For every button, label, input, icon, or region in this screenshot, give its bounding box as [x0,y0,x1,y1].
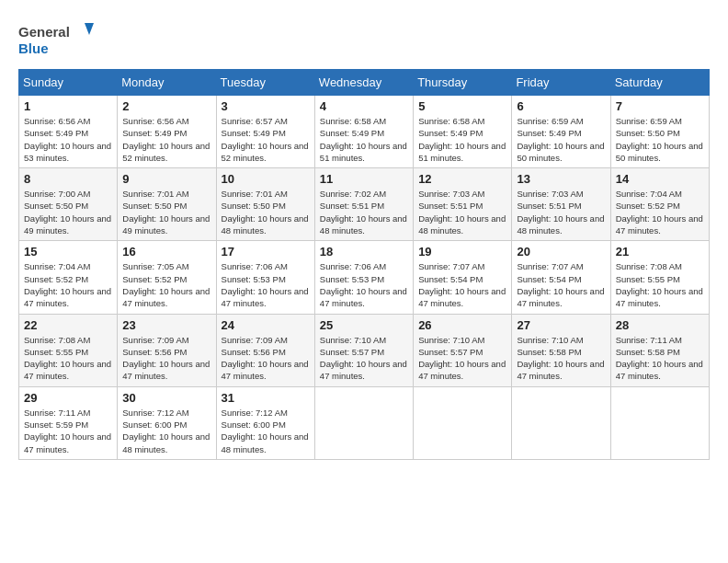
day-number: 1 [24,99,112,113]
day-number: 8 [24,172,112,186]
day-number: 6 [517,99,605,113]
day-info: Sunrise: 7:11 AM Sunset: 5:59 PM Dayligh… [24,407,112,455]
day-info: Sunrise: 7:06 AM Sunset: 5:53 PM Dayligh… [222,260,310,309]
calendar-cell: 29 Sunrise: 7:11 AM Sunset: 5:59 PM Dayl… [19,386,118,459]
calendar-cell [414,386,512,459]
day-number: 7 [616,99,704,113]
calendar-cell: 3 Sunrise: 6:57 AM Sunset: 5:49 PM Dayli… [216,96,314,168]
day-info: Sunrise: 7:07 AM Sunset: 5:54 PM Dayligh… [517,260,605,309]
page-header: General Blue [18,18,710,60]
day-number: 26 [418,318,506,332]
day-info: Sunrise: 7:08 AM Sunset: 5:55 PM Dayligh… [616,260,704,309]
calendar-cell: 9 Sunrise: 7:01 AM Sunset: 5:50 PM Dayli… [118,168,216,241]
calendar-cell: 11 Sunrise: 7:02 AM Sunset: 5:51 PM Dayl… [314,168,413,241]
calendar-header-row: SundayMondayTuesdayWednesdayThursdayFrid… [19,70,710,96]
day-info: Sunrise: 7:12 AM Sunset: 6:00 PM Dayligh… [122,407,210,455]
day-info: Sunrise: 7:12 AM Sunset: 6:00 PM Dayligh… [222,407,310,455]
calendar-cell: 30 Sunrise: 7:12 AM Sunset: 6:00 PM Dayl… [118,386,216,459]
day-info: Sunrise: 6:59 AM Sunset: 5:49 PM Dayligh… [517,115,605,164]
calendar-week-4: 22 Sunrise: 7:08 AM Sunset: 5:55 PM Dayl… [19,314,710,386]
weekday-header-thursday: Thursday [414,70,512,96]
day-number: 31 [222,391,310,405]
calendar-cell: 17 Sunrise: 7:06 AM Sunset: 5:53 PM Dayl… [216,241,314,314]
calendar-table: SundayMondayTuesdayWednesdayThursdayFrid… [18,69,710,460]
day-info: Sunrise: 7:03 AM Sunset: 5:51 PM Dayligh… [418,188,506,236]
weekday-header-sunday: Sunday [19,70,118,96]
calendar-week-5: 29 Sunrise: 7:11 AM Sunset: 5:59 PM Dayl… [19,386,710,459]
calendar-cell: 1 Sunrise: 6:56 AM Sunset: 5:49 PM Dayli… [19,96,118,168]
day-number: 21 [616,245,704,259]
day-number: 19 [418,245,506,259]
logo-svg: General Blue [18,18,101,60]
day-number: 18 [320,245,408,259]
calendar-cell: 26 Sunrise: 7:10 AM Sunset: 5:57 PM Dayl… [414,314,512,386]
calendar-cell: 7 Sunrise: 6:59 AM Sunset: 5:50 PM Dayli… [610,96,709,168]
day-number: 16 [122,245,210,259]
calendar-cell: 22 Sunrise: 7:08 AM Sunset: 5:55 PM Dayl… [19,314,118,386]
weekday-header-friday: Friday [512,70,610,96]
day-info: Sunrise: 7:00 AM Sunset: 5:50 PM Dayligh… [24,188,112,236]
svg-marker-2 [85,23,94,35]
calendar-cell: 2 Sunrise: 6:56 AM Sunset: 5:49 PM Dayli… [118,96,216,168]
calendar-cell: 15 Sunrise: 7:04 AM Sunset: 5:52 PM Dayl… [19,241,118,314]
logo-text: General Blue [18,18,101,60]
calendar-cell: 28 Sunrise: 7:11 AM Sunset: 5:58 PM Dayl… [610,314,709,386]
day-info: Sunrise: 6:56 AM Sunset: 5:49 PM Dayligh… [24,115,112,164]
calendar-cell: 10 Sunrise: 7:01 AM Sunset: 5:50 PM Dayl… [216,168,314,241]
day-number: 17 [222,245,310,259]
day-info: Sunrise: 7:01 AM Sunset: 5:50 PM Dayligh… [122,188,210,236]
calendar-cell: 25 Sunrise: 7:10 AM Sunset: 5:57 PM Dayl… [314,314,413,386]
calendar-cell: 8 Sunrise: 7:00 AM Sunset: 5:50 PM Dayli… [19,168,118,241]
svg-text:Blue: Blue [18,40,49,56]
day-info: Sunrise: 7:08 AM Sunset: 5:55 PM Dayligh… [24,334,112,383]
calendar-cell [314,386,413,459]
day-number: 28 [616,318,704,332]
day-info: Sunrise: 7:04 AM Sunset: 5:52 PM Dayligh… [24,260,112,309]
day-info: Sunrise: 7:11 AM Sunset: 5:58 PM Dayligh… [616,334,704,383]
day-number: 5 [418,99,506,113]
day-number: 24 [222,318,310,332]
calendar-cell: 31 Sunrise: 7:12 AM Sunset: 6:00 PM Dayl… [216,386,314,459]
day-info: Sunrise: 7:09 AM Sunset: 5:56 PM Dayligh… [122,334,210,383]
svg-text:General: General [18,24,70,40]
day-number: 27 [517,318,605,332]
weekday-header-wednesday: Wednesday [314,70,413,96]
day-info: Sunrise: 7:09 AM Sunset: 5:56 PM Dayligh… [222,334,310,383]
calendar-cell [512,386,610,459]
calendar-week-2: 8 Sunrise: 7:00 AM Sunset: 5:50 PM Dayli… [19,168,710,241]
calendar-cell: 23 Sunrise: 7:09 AM Sunset: 5:56 PM Dayl… [118,314,216,386]
day-number: 10 [222,172,310,186]
day-number: 9 [122,172,210,186]
day-info: Sunrise: 7:07 AM Sunset: 5:54 PM Dayligh… [418,260,506,309]
day-info: Sunrise: 7:10 AM Sunset: 5:58 PM Dayligh… [517,334,605,383]
calendar-cell: 21 Sunrise: 7:08 AM Sunset: 5:55 PM Dayl… [610,241,709,314]
weekday-header-saturday: Saturday [610,70,709,96]
calendar-cell: 18 Sunrise: 7:06 AM Sunset: 5:53 PM Dayl… [314,241,413,314]
day-info: Sunrise: 6:58 AM Sunset: 5:49 PM Dayligh… [320,115,408,164]
day-info: Sunrise: 6:59 AM Sunset: 5:50 PM Dayligh… [616,115,704,164]
day-info: Sunrise: 7:06 AM Sunset: 5:53 PM Dayligh… [320,260,408,309]
day-info: Sunrise: 6:58 AM Sunset: 5:49 PM Dayligh… [418,115,506,164]
day-number: 25 [320,318,408,332]
day-number: 13 [517,172,605,186]
day-info: Sunrise: 7:05 AM Sunset: 5:52 PM Dayligh… [122,260,210,309]
day-info: Sunrise: 7:10 AM Sunset: 5:57 PM Dayligh… [320,334,408,383]
calendar-cell [610,386,709,459]
day-info: Sunrise: 7:04 AM Sunset: 5:52 PM Dayligh… [616,188,704,236]
day-info: Sunrise: 7:03 AM Sunset: 5:51 PM Dayligh… [517,188,605,236]
day-number: 2 [122,99,210,113]
day-info: Sunrise: 6:57 AM Sunset: 5:49 PM Dayligh… [222,115,310,164]
calendar-cell: 19 Sunrise: 7:07 AM Sunset: 5:54 PM Dayl… [414,241,512,314]
day-number: 4 [320,99,408,113]
day-number: 22 [24,318,112,332]
calendar-week-1: 1 Sunrise: 6:56 AM Sunset: 5:49 PM Dayli… [19,96,710,168]
day-number: 11 [320,172,408,186]
weekday-header-tuesday: Tuesday [216,70,314,96]
calendar-cell: 6 Sunrise: 6:59 AM Sunset: 5:49 PM Dayli… [512,96,610,168]
day-number: 14 [616,172,704,186]
weekday-header-monday: Monday [118,70,216,96]
day-number: 15 [24,245,112,259]
day-number: 29 [24,391,112,405]
calendar-cell: 5 Sunrise: 6:58 AM Sunset: 5:49 PM Dayli… [414,96,512,168]
day-info: Sunrise: 7:02 AM Sunset: 5:51 PM Dayligh… [320,188,408,236]
